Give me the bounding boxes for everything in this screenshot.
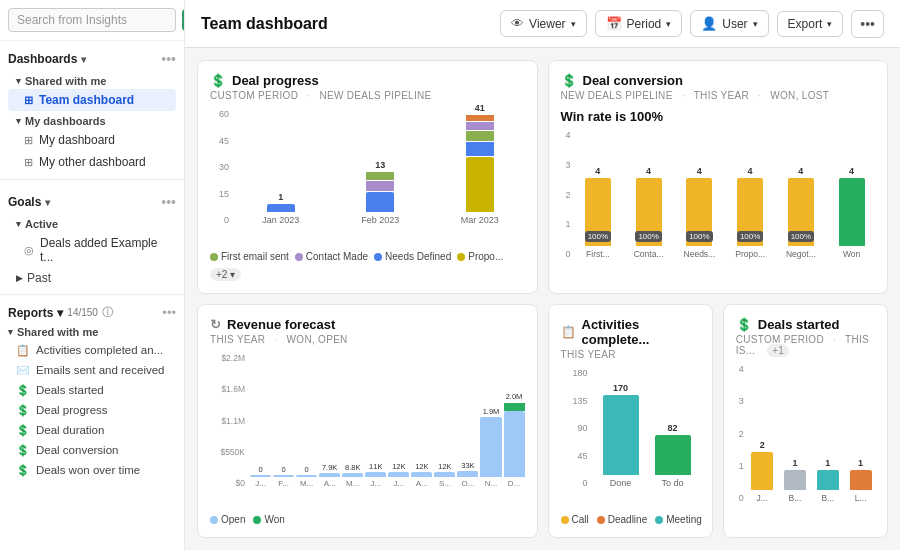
activities-subtitle: THIS YEAR [561,349,700,360]
report-icon-5: 💲 [16,443,30,457]
export-button[interactable]: Export ▾ [777,11,844,37]
period-icon: 📅 [606,16,622,31]
my-dashboards-group[interactable]: ▾ My dashboards [8,111,176,129]
revenue-forecast-title: ↻ Revenue forecast [210,317,525,332]
topbar: Team dashboard 👁 Viewer ▾ 📅 Period ▾ 👤 U… [185,0,900,48]
sidebar-item-deals-added[interactable]: ◎ Deals added Example t... [8,232,176,268]
dashboards-chevron-icon: ▾ [81,54,86,65]
user-button[interactable]: 👤 User ▾ [690,10,768,37]
reports-header: Reports ▾ 14/150 ⓘ ••• [0,299,184,322]
activities-legend: Call Deadline Meeting [561,514,700,525]
other-dashboard-icon: ⊞ [24,156,33,169]
legend-more-button[interactable]: +2 ▾ [210,268,241,281]
revenue-forecast-card: ↻ Revenue forecast THIS YEAR · WON, OPEN… [197,304,538,538]
main-content: Team dashboard 👁 Viewer ▾ 📅 Period ▾ 👤 U… [185,0,900,550]
deals-started-filter[interactable]: +1 [767,344,789,357]
active-chevron-icon: ▾ [16,219,21,229]
revenue-legend: Open Won [210,514,525,525]
deals-started-card: 💲 Deals started CUSTOM PERIOD · THIS IS.… [723,304,888,538]
deal-progress-subtitle: CUSTOM PERIOD · NEW DEALS PIPELINE [210,90,525,101]
y-axis: 604530150 [210,109,232,225]
bottom-right-grid: 📋 Activities complete... THIS YEAR 18013… [548,304,889,538]
deals-started-icon: 💲 [736,317,752,332]
export-chevron-icon: ▾ [827,19,832,29]
activities-icon: 📋 [561,325,576,339]
act-y-axis: 18013590450 [561,368,591,488]
conversion-chart-area: 4 100% First... 4 100% [575,130,876,259]
goals-header[interactable]: Goals ▾ ••• [8,190,176,214]
sidebar-item-team-dashboard[interactable]: ⊞ Team dashboard [8,89,176,111]
ds-y-axis: 43210 [736,364,746,503]
sidebar-report-item-2[interactable]: 💲Deals started [0,380,184,400]
activities-chart-area: 170 Done 82 To do [594,368,700,488]
user-icon: 👤 [701,16,717,31]
deal-progress-title: 💲 Deal progress [210,73,525,88]
past-group[interactable]: ▶ Past [8,268,176,288]
goals-chevron-icon: ▾ [45,197,50,208]
rev-y-axis: $2.2M$1.6M$1.1M$550K$0 [210,353,248,488]
dashboard-grid: 💲 Deal progress CUSTOM PERIOD · NEW DEAL… [185,48,900,550]
sidebar: + Dashboards ▾ ••• ▾ Shared with me ⊞ Te… [0,0,185,550]
reports-chevron-icon: ▾ [57,306,63,320]
sidebar-report-item-0[interactable]: 📋Activities completed an... [0,340,184,360]
deal-conversion-subtitle: NEW DEALS PIPELINE · THIS YEAR · WON, LO… [561,90,876,101]
reports-more-icon[interactable]: ••• [162,305,176,320]
deals-started-title: 💲 Deals started [736,317,875,332]
report-icon-4: 💲 [16,423,30,437]
bar-chart-area: 1 Jan 2023 13 Feb 2023 [236,109,525,225]
deal-progress-card: 💲 Deal progress CUSTOM PERIOD · NEW DEAL… [197,60,538,294]
sidebar-report-item-5[interactable]: 💲Deal conversion [0,440,184,460]
report-list: 📋Activities completed an...✉️Emails sent… [0,340,184,480]
reports-shared-label[interactable]: ▾ Shared with me [0,322,184,340]
report-icon-2: 💲 [16,383,30,397]
goals-more-icon[interactable]: ••• [161,194,176,210]
revenue-forecast-subtitle: THIS YEAR · WON, OPEN [210,334,525,345]
reports-info-icon: ⓘ [102,305,113,320]
dashboards-more-icon[interactable]: ••• [161,51,176,67]
rev-chart-area: 0J... 0F... 0M... 7.9KA... 8.8KM... 11KJ… [250,353,525,488]
deal-progress-icon: 💲 [210,73,226,88]
revenue-icon: ↻ [210,317,221,332]
goals-section: Goals ▾ ••• ▾ Active ◎ Deals added Examp… [0,184,184,290]
dashboards-title: Dashboards ▾ [8,52,86,66]
shared-with-me-group[interactable]: ▾ Shared with me [8,71,176,89]
dashboards-header[interactable]: Dashboards ▾ ••• [8,47,176,71]
page-title: Team dashboard [201,15,492,33]
deals-started-chart-area: 2 J... 1 B... 1 B... [748,364,875,503]
sidebar-report-item-1[interactable]: ✉️Emails sent and received [0,360,184,380]
deal-conversion-title: 💲 Deal conversion [561,73,876,88]
report-icon-6: 💲 [16,463,30,477]
sidebar-item-my-dashboard[interactable]: ⊞ My dashboard [8,129,176,151]
viewer-button[interactable]: 👁 Viewer ▾ [500,10,586,37]
search-input[interactable] [8,8,176,32]
viewer-icon: 👁 [511,16,524,31]
activities-card: 📋 Activities complete... THIS YEAR 18013… [548,304,713,538]
my-dashboards-chevron-icon: ▾ [16,116,21,126]
more-options-button[interactable]: ••• [851,10,884,38]
report-icon-0: 📋 [16,343,30,357]
report-icon-3: 💲 [16,403,30,417]
conv-y-axis: 43210 [561,130,573,259]
sidebar-item-other-dashboard[interactable]: ⊞ My other dashboard [8,151,176,173]
shared-chevron-icon: ▾ [16,76,21,86]
dashboards-section: Dashboards ▾ ••• ▾ Shared with me ⊞ Team… [0,41,184,175]
active-group[interactable]: ▾ Active [8,214,176,232]
past-chevron-icon: ▶ [16,273,23,283]
win-rate-label: Win rate is 100% [561,109,876,124]
reports-shared-chevron-icon: ▾ [8,327,13,337]
dashboard-icon: ⊞ [24,94,33,107]
deals-started-subtitle: CUSTOM PERIOD · THIS IS... +1 [736,334,875,356]
reports-title[interactable]: Reports ▾ 14/150 ⓘ [8,305,113,320]
activities-title: 📋 Activities complete... [561,317,700,347]
sidebar-report-item-3[interactable]: 💲Deal progress [0,400,184,420]
deal-conversion-card: 💲 Deal conversion NEW DEALS PIPELINE · T… [548,60,889,294]
deal-conversion-icon: 💲 [561,73,577,88]
period-button[interactable]: 📅 Period ▾ [595,10,683,37]
sidebar-report-item-4[interactable]: 💲Deal duration [0,420,184,440]
goals-title: Goals ▾ [8,195,50,209]
report-icon-1: ✉️ [16,363,30,377]
my-dashboard-icon: ⊞ [24,134,33,147]
sidebar-report-item-6[interactable]: 💲Deals won over time [0,460,184,480]
search-bar: + [0,0,184,41]
period-chevron-icon: ▾ [666,19,671,29]
